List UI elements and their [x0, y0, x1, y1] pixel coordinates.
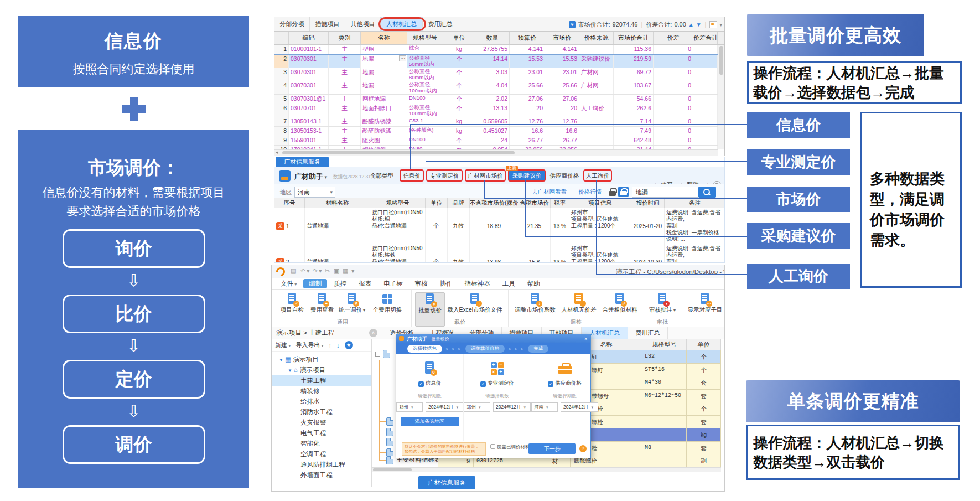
menu-item[interactable]: 审核 [409, 279, 433, 288]
column-header[interactable]: 税率 [551, 198, 569, 208]
region-select[interactable]: 河南 [294, 187, 335, 198]
checkbox-checked-icon[interactable] [480, 381, 486, 387]
checkbox-checked-icon[interactable] [548, 381, 553, 387]
menu-item[interactable]: 工具 [497, 279, 521, 288]
table-row[interactable]: 7 13050143-1 主 酚醛防锈漆 C53-1 kg 0.559605 1… [274, 117, 718, 127]
tree-item[interactable]: 通风防排烟工程 [272, 459, 371, 470]
step-select-package[interactable]: 选择数据包 [407, 345, 442, 353]
column-header[interactable]: 名称 [361, 32, 407, 44]
column-header[interactable]: 规格型号 [407, 32, 443, 44]
period-select[interactable]: 2024年12月 [493, 402, 531, 412]
tree-item[interactable]: 消防水工程 [272, 407, 371, 417]
breadcrumb[interactable]: 演示项目 > 土建工程 [272, 327, 367, 339]
vertical-scrollbar[interactable] [718, 45, 724, 149]
price-type-filter[interactable]: 信息价 [400, 169, 424, 182]
material-row[interactable]: 膨胀螺栓 副 [571, 454, 721, 468]
table-row[interactable]: 2 03070301 主 地漏 公称直径50mm以内 个 14.14 15.53… [274, 54, 718, 68]
price-type-filter[interactable]: 专业测定价 [426, 169, 463, 182]
region-select[interactable]: 郑州 [396, 402, 423, 412]
menu-item[interactable]: 质控 [328, 279, 352, 288]
period-select[interactable]: 2024年12月 [561, 402, 598, 412]
region-select[interactable]: 郑州 [464, 402, 490, 412]
column-header[interactable]: 单位 [426, 198, 448, 208]
paste-icon[interactable] [343, 267, 348, 275]
price-type-filter[interactable]: 采购建议价上新 [508, 169, 546, 182]
view-tab[interactable]: 费用汇总 [628, 327, 668, 339]
table-row[interactable]: 10 17010241-1 主 焊接钢管 DN80 m 0.954 32.956… [274, 146, 718, 149]
quote-row[interactable]: 采2 普通地漏 接口口径(mm):DN50 材质:铸铁 品种:普通地漏 个 九牧… [274, 244, 724, 262]
column-header[interactable]: 不含税市场价(裸价) [470, 198, 518, 208]
cut-icon[interactable] [325, 267, 330, 275]
import-export-button[interactable]: 导入导出 [295, 341, 323, 349]
ribbon-show-subitems[interactable]: 显示对应子目 [685, 292, 725, 327]
column-header[interactable]: 报价时间 [631, 198, 665, 208]
column-header[interactable]: 单位 [443, 32, 475, 44]
tree-item[interactable]: 土建工程 [272, 375, 371, 386]
column-header[interactable]: 项目信息 [569, 198, 631, 208]
checkbox-checked-icon[interactable] [418, 381, 424, 387]
tree-item[interactable]: 智能化 [272, 438, 371, 449]
tree-item[interactable]: 火灾报警 [272, 417, 371, 428]
column-header[interactable]: 市场价 [545, 32, 579, 44]
table-row[interactable]: 5 03070301@1 主 网框地漏 DN100 个 2.02 27.06 2… [274, 95, 718, 104]
column-header[interactable]: 材料名称 [305, 198, 370, 208]
tree-item[interactable]: 给排水 [272, 396, 371, 407]
menu-item[interactable]: 文件 [275, 279, 302, 288]
column-header[interactable]: 类别 [329, 32, 361, 44]
redo-icon[interactable] [313, 267, 322, 274]
search-button[interactable] [698, 187, 716, 198]
next-button[interactable]: 下一步 [528, 443, 576, 454]
summary-tab[interactable]: 其他项目 [345, 17, 381, 31]
menu-item[interactable]: 协作 [434, 279, 458, 288]
price-type-filter[interactable]: 广材网市场价 [465, 169, 506, 182]
column-header[interactable]: 含税市场价 [518, 198, 551, 208]
column-header[interactable]: 数量 [475, 32, 510, 44]
column-header[interactable]: 预算价 [510, 32, 545, 44]
star-button[interactable] [345, 341, 353, 349]
chevron-down-icon[interactable] [719, 21, 722, 28]
menu-item[interactable]: 电子标 [378, 279, 408, 288]
table-row[interactable]: 9 15590101 主 阻火圈 DN100 个 24 26.77 26.77 … [274, 136, 718, 146]
menu-item[interactable]: 编制 [303, 279, 327, 288]
sort-down-icon[interactable] [696, 21, 702, 28]
tree-collapse-icon[interactable] [375, 352, 380, 357]
tree-subroot[interactable]: ▼⌂演示项目 [272, 365, 371, 375]
column-header[interactable]: 价格来源 [579, 32, 614, 44]
material-row[interactable]: 栓 M8 套 [571, 442, 721, 455]
move-up-icon[interactable] [329, 342, 332, 349]
horizontal-scrollbar[interactable] [274, 149, 718, 156]
summary-tab[interactable]: 人材机汇总 [381, 17, 423, 31]
menu-item[interactable]: 报表 [353, 279, 377, 288]
tree-item[interactable]: 空调工程 [272, 449, 371, 459]
new-button[interactable]: 新建 [275, 341, 291, 349]
save-icon[interactable] [291, 267, 296, 275]
tree-root[interactable]: ▼▦演示项目 [272, 354, 371, 365]
unlock-icon[interactable] [618, 187, 629, 197]
move-down-icon[interactable] [336, 342, 340, 349]
quote-row[interactable]: 采1 普通地漏 接口口径(mm):DN50 材质:铜 品种:普通地漏 个 九牧 … [274, 208, 724, 244]
copy-icon[interactable] [334, 267, 339, 275]
ellipsis-button[interactable] [399, 55, 406, 61]
table-row[interactable]: 1 01000101-1 主 型钢 综合 kg 27.85755 4.141 4… [274, 45, 718, 54]
column-header[interactable]: 单位 [687, 339, 721, 350]
region-select[interactable]: 河南 [531, 402, 558, 412]
column-header[interactable]: 规格型号 [642, 339, 687, 350]
table-row[interactable]: 3 03070301 主 地漏 公称直径80mm以内 个 3.03 23.01 … [274, 68, 718, 81]
collapse-button[interactable] [369, 329, 377, 337]
table-row[interactable]: 8 13050153-1 主 酚醛防锈漆 (各种颜色) kg 0.451027 … [274, 127, 718, 136]
gc-info-service-tab[interactable]: 广材信息服务 [276, 157, 329, 167]
column-header[interactable]: 编码 [289, 32, 329, 44]
column-header[interactable]: 价差合计 [693, 32, 718, 44]
summary-tab[interactable]: 费用汇总 [423, 17, 458, 31]
checkbox-empty-icon[interactable] [490, 444, 495, 449]
summary-tab[interactable]: 分部分项 [274, 17, 310, 31]
menu-item[interactable]: 指标神器 [459, 279, 496, 288]
tree-item[interactable]: 电气工程 [272, 428, 371, 438]
goto-gc-site-link[interactable]: 去广材网看看 [532, 188, 567, 196]
lock-icon[interactable] [609, 188, 616, 196]
column-header[interactable]: 市场价合计 [614, 32, 654, 44]
gc-brand[interactable]: 广材助手 [294, 172, 327, 182]
table-row[interactable]: 6 03070701 主 地面扫除口 公称直径100mm以内 个 13.13 2… [274, 104, 718, 117]
summary-tab[interactable]: 措施项目 [310, 17, 345, 31]
price-type-filter[interactable]: 人工询价 [583, 169, 612, 182]
